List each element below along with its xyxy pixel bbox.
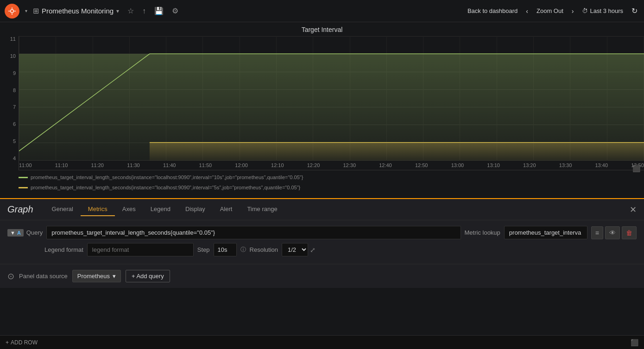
share-button[interactable]: ↑	[140, 5, 148, 17]
add-row-button[interactable]: + ADD ROW	[6, 339, 38, 346]
graph-edit-header: Graph General Metrics Axes Legend Displa…	[0, 199, 644, 220]
query-action-buttons: ≡ 👁 🗑	[591, 226, 637, 239]
chart-container: Target Interval 11 10 9 8 7 6 5 4	[0, 22, 644, 198]
tab-general[interactable]: General	[44, 203, 81, 216]
title-section: ⊞ Prometheus Monitoring ▾	[33, 6, 119, 15]
svg-marker-7	[150, 143, 644, 161]
tab-metrics[interactable]: Metrics	[81, 203, 115, 216]
resolution-label: Resolution	[250, 246, 278, 253]
chart-area: 11 10 9 8 7 6 5 4	[0, 36, 644, 170]
metric-lookup-label: Metric lookup	[465, 229, 500, 236]
tab-bar: General Metrics Axes Legend Display Aler…	[44, 203, 285, 216]
dropdown-btn[interactable]: ▾	[23, 6, 29, 15]
legend-format-label: Legend format	[44, 246, 83, 253]
resolution-select[interactable]: 1/1 1/2 1/3 1/4	[282, 243, 308, 256]
legend-format-input[interactable]	[87, 243, 194, 256]
resolution-select-wrap: 1/1 1/2 1/3 1/4 ⤢	[282, 243, 316, 256]
info-icon: ⓘ	[240, 246, 246, 254]
metrics-panel: ▼ A Query Metric lookup ≡ 👁 🗑 Legend for…	[0, 220, 644, 264]
query-input[interactable]	[46, 226, 461, 239]
metric-lookup-input[interactable]	[504, 226, 587, 239]
panel-datasource-label: Panel data source	[19, 273, 68, 280]
step-input[interactable]	[214, 243, 237, 256]
topbar-right: Back to dashboard ‹ Zoom Out › ⏱ Last 3 …	[464, 5, 639, 17]
title-dropdown-arrow: ▾	[116, 8, 119, 14]
datasource-select[interactable]: Prometheus ▾	[72, 270, 121, 282]
tab-alert[interactable]: Alert	[213, 203, 240, 216]
zoom-out-button[interactable]: Zoom Out	[533, 6, 567, 16]
query-text-label: Query	[26, 229, 43, 236]
clock-icon: ⏱	[582, 7, 588, 14]
query-eye-button[interactable]: 👁	[605, 226, 620, 239]
resolution-link-button[interactable]: ⤢	[310, 246, 316, 254]
chart-corner-icon: ⬛	[632, 165, 640, 172]
query-indicator[interactable]: ▼ A	[7, 229, 24, 237]
y-axis: 11 10 9 8 7 6 5 4	[0, 36, 19, 170]
add-row-bar: + ADD ROW ⬛	[0, 335, 644, 349]
grafana-logo[interactable]	[5, 4, 19, 19]
query-letter: A	[17, 230, 21, 236]
graph-label: Graph	[7, 204, 33, 215]
query-label-section: ▼ A Query	[7, 229, 43, 237]
panel-datasource-section: ⊙ Panel data source Prometheus ▾ + Add q…	[0, 264, 644, 288]
zoom-left-arrow[interactable]: ‹	[524, 6, 530, 17]
query-list-button[interactable]: ≡	[591, 226, 603, 239]
add-row-icon: +	[6, 339, 9, 346]
legend-color-green	[19, 177, 28, 178]
legend-label-yellow: prometheus_target_interval_length_second…	[31, 183, 300, 193]
legend-item-green: prometheus_target_interval_length_second…	[19, 173, 625, 182]
datasource-icon: ⊙	[7, 271, 14, 281]
add-query-button[interactable]: + Add query	[126, 270, 170, 282]
datasource-name: Prometheus	[77, 273, 110, 280]
settings-button[interactable]: ⚙	[170, 5, 180, 17]
close-graph-edit-button[interactable]: ✕	[630, 205, 637, 215]
query-dropdown-arrow: ▼	[10, 230, 15, 236]
time-range-button[interactable]: ⏱ Last 3 hours	[578, 6, 627, 16]
tab-display[interactable]: Display	[178, 203, 213, 216]
star-button[interactable]: ☆	[126, 5, 136, 17]
step-label: Step	[197, 246, 210, 253]
tab-legend[interactable]: Legend	[143, 203, 178, 216]
datasource-dropdown-arrow: ▾	[113, 273, 116, 280]
legend-label-green: prometheus_target_interval_length_second…	[31, 173, 303, 182]
legend-color-yellow	[19, 187, 28, 188]
x-axis-labels: 11:00 11:10 11:20 11:30 11:40 11:50 12:0…	[19, 161, 644, 170]
dashboard-title: Prometheus Monitoring	[42, 7, 114, 15]
tab-axes[interactable]: Axes	[115, 203, 143, 216]
back-to-dashboard-button[interactable]: Back to dashboard	[464, 6, 521, 16]
graph-edit-panel: Graph General Metrics Axes Legend Displa…	[0, 198, 644, 288]
chart-svg	[19, 36, 644, 161]
query-row: ▼ A Query Metric lookup ≡ 👁 🗑	[7, 226, 637, 239]
add-row-label: ADD ROW	[11, 339, 38, 346]
legend-format-row: Legend format Step ⓘ Resolution 1/1 1/2 …	[44, 243, 637, 256]
topbar: ▾ ⊞ Prometheus Monitoring ▾ ☆ ↑ 💾 ⚙ Back…	[0, 0, 644, 22]
chart-title: Target Interval	[0, 26, 644, 33]
topbar-actions: ☆ ↑ 💾 ⚙	[126, 5, 180, 17]
chart-inner: 11:00 11:10 11:20 11:30 11:40 11:50 12:0…	[19, 36, 644, 170]
refresh-button[interactable]: ↻	[630, 5, 639, 17]
save-button[interactable]: 💾	[152, 5, 165, 17]
query-delete-button[interactable]: 🗑	[622, 226, 637, 239]
tab-time-range[interactable]: Time range	[240, 203, 284, 216]
legend-item-yellow: prometheus_target_interval_length_second…	[19, 183, 625, 193]
corner-resize-icon: ⬛	[631, 339, 638, 346]
chart-legend: prometheus_target_interval_length_second…	[0, 170, 644, 196]
dashboard-icon: ⊞	[33, 6, 39, 15]
zoom-right-arrow[interactable]: ›	[570, 6, 576, 17]
time-range-label: Last 3 hours	[590, 7, 623, 14]
